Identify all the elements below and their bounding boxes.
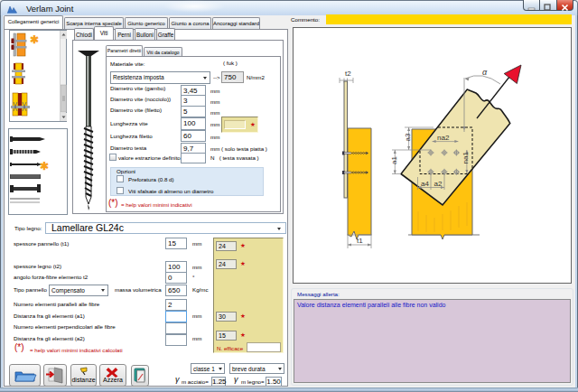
svg-text:✱: ✱ (40, 160, 49, 173)
svg-text:t1: t1 (357, 237, 363, 245)
svg-text:t2: t2 (345, 70, 351, 78)
svg-text:✱: ✱ (30, 33, 39, 46)
svg-text:a3: a3 (404, 133, 412, 141)
svg-text:a4: a4 (421, 180, 429, 188)
svg-text:a2: a2 (434, 180, 443, 188)
svg-text:α: α (482, 68, 488, 77)
svg-text:na1: na1 (461, 152, 470, 164)
svg-text:na2: na2 (437, 134, 450, 142)
svg-text:a1: a1 (390, 156, 398, 164)
